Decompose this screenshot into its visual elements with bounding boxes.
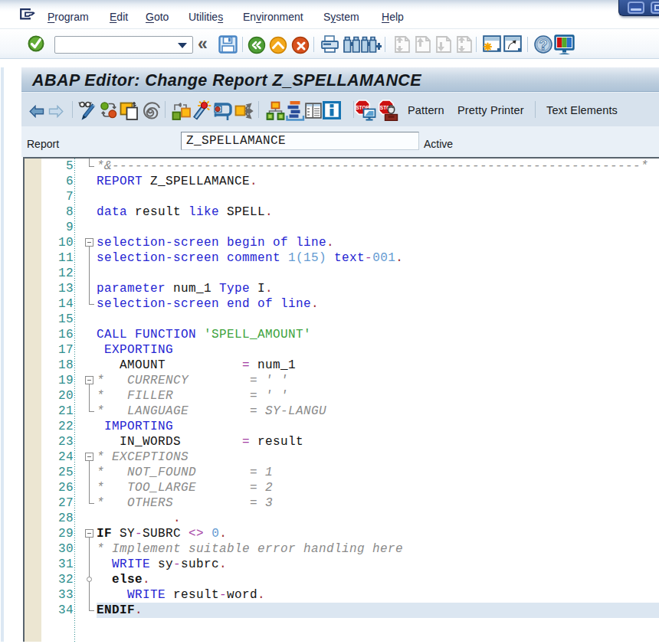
svg-text:?: ? — [539, 38, 548, 53]
